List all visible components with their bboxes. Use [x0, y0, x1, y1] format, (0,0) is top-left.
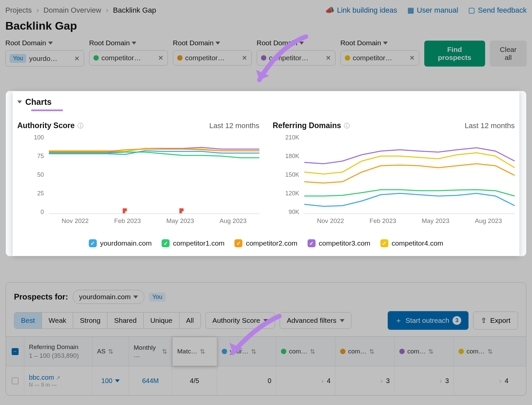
chevron-right-icon: ›	[106, 6, 108, 15]
export-button[interactable]: ⇧Export	[473, 311, 518, 329]
remove-domain-3[interactable]: ✕	[326, 54, 331, 62]
charts-panel: Charts Authority Scoreⓘ Last 12 months 1…	[6, 91, 526, 256]
legend-competitor3[interactable]: ✓competitor3.com	[308, 239, 370, 247]
color-dot-orange	[340, 349, 345, 354]
seg-strong[interactable]: Strong	[73, 312, 107, 328]
authority-score-filter[interactable]: Authority Score	[205, 312, 275, 329]
domain-input-4[interactable]: competitor… ✕	[340, 50, 419, 66]
cell-match: 4/5	[172, 366, 217, 395]
info-icon[interactable]: ⓘ	[344, 122, 350, 130]
cell-your: 0	[217, 366, 276, 395]
col-as[interactable]: AS⇅	[92, 337, 129, 366]
cell-as[interactable]: 100	[92, 366, 129, 395]
send-feedback-link[interactable]: ▢Send feedback	[468, 6, 527, 15]
upload-icon: ⇧	[481, 316, 487, 324]
charts-toggle[interactable]: Charts	[13, 91, 519, 109]
select-all-checkbox[interactable]: −	[12, 348, 19, 355]
remove-domain-0[interactable]: ✕	[74, 55, 80, 63]
legend-competitor4[interactable]: ✓competitor4.com	[380, 239, 443, 247]
domain-type-select-4[interactable]: Root Domain	[340, 39, 419, 47]
domain-type-select-1[interactable]: Root Domain	[89, 39, 168, 47]
color-dot-blue	[222, 349, 227, 354]
cell-monthly: 644M	[129, 366, 172, 395]
remove-domain-1[interactable]: ✕	[158, 54, 164, 62]
check-icon: ✓	[380, 239, 388, 247]
table-row: bbc.com ↗N — 9 m — 100 644M 4/5 0 ›4 ›3 …	[6, 366, 526, 395]
referring-period: Last 12 months	[465, 121, 515, 130]
cell-domain[interactable]: bbc.com ↗N — 9 m —	[24, 366, 92, 395]
domain-input-0[interactable]: You yourdo… ✕	[5, 50, 84, 67]
seg-best[interactable]: Best	[14, 312, 42, 328]
chevron-down-icon	[115, 379, 120, 382]
breadcrumb-current: Backlink Gap	[113, 6, 156, 15]
domain-input-1[interactable]: competitor… ✕	[89, 50, 168, 66]
chart-legend: ✓yourdomain.com ✓competitor1.com ✓compet…	[13, 230, 519, 247]
you-badge: You	[10, 54, 26, 63]
domain-input-3[interactable]: competitor… ✕	[257, 50, 335, 66]
col-comp3[interactable]: com…⇅	[395, 337, 454, 366]
seg-weak[interactable]: Weak	[42, 312, 73, 328]
legend-yourdomain[interactable]: ✓yourdomain.com	[89, 239, 152, 247]
sort-icon: ⇅	[162, 348, 167, 355]
chevron-right-icon: ›	[321, 377, 324, 385]
col-monthly[interactable]: Monthly …⇅	[129, 337, 172, 366]
col-match[interactable]: Matc…⇅	[172, 337, 217, 366]
chevron-down-icon	[263, 319, 268, 322]
sort-icon: ⇅	[487, 348, 493, 355]
prospects-domain-select[interactable]: yourdomain.com	[73, 290, 144, 304]
user-manual-link[interactable]: ▦User manual	[407, 6, 459, 15]
col-your[interactable]: your…⇅	[217, 337, 276, 366]
chevron-down-icon	[48, 42, 53, 45]
color-dot-purple	[261, 55, 266, 61]
chevron-right-icon: ›	[440, 377, 442, 385]
breadcrumb: Projects › Domain Overview › Backlink Ga…	[5, 6, 156, 15]
link-building-ideas[interactable]: 📣Link building ideas	[325, 6, 397, 15]
cell-c1[interactable]: ›4	[276, 366, 335, 395]
remove-domain-4[interactable]: ✕	[409, 54, 415, 62]
remove-domain-2[interactable]: ✕	[242, 54, 247, 62]
seg-all[interactable]: All	[180, 312, 200, 328]
color-dot-green	[93, 55, 99, 61]
advanced-filters[interactable]: Advanced filters	[280, 312, 351, 329]
seg-unique[interactable]: Unique	[144, 312, 180, 328]
clear-all-button[interactable]: Clear all	[490, 41, 527, 67]
color-dot-yellow	[345, 55, 350, 61]
segment-filter: Best Weak Strong Shared Unique All	[14, 312, 201, 329]
color-dot-purple	[399, 349, 405, 354]
chevron-down-icon	[340, 319, 344, 322]
domain-type-select-2[interactable]: Root Domain	[173, 39, 252, 47]
page-title: Backlink Gap	[0, 18, 532, 39]
chevron-right-icon: ›	[499, 377, 501, 385]
row-checkbox[interactable]	[12, 377, 19, 384]
check-icon: ✓	[308, 239, 316, 247]
sort-icon: ⇅	[200, 348, 205, 355]
info-icon[interactable]: ⓘ	[77, 122, 83, 130]
domain-type-select-3[interactable]: Root Domain	[257, 39, 335, 47]
cell-c4[interactable]: ›4	[454, 366, 513, 395]
col-comp2[interactable]: com…⇅	[335, 337, 395, 366]
outreach-count-badge: 3	[453, 316, 461, 325]
domain-input-2[interactable]: competitor… ✕	[173, 50, 252, 66]
domain-type-select-0[interactable]: Root Domain	[5, 39, 84, 47]
plus-icon: ＋	[395, 316, 402, 325]
chevron-down-icon	[215, 42, 220, 45]
megaphone-icon: 📣	[325, 6, 334, 15]
book-icon: ▦	[407, 6, 414, 15]
sort-icon: ⇅	[251, 348, 256, 355]
check-icon: ✓	[89, 239, 97, 247]
legend-competitor2[interactable]: ✓competitor2.com	[234, 239, 297, 247]
col-referring-domain[interactable]: Referring Domain1 – 100 (353,890)	[24, 337, 92, 366]
cell-c2[interactable]: ›3	[335, 366, 395, 395]
col-comp4[interactable]: com…⇅	[454, 337, 513, 366]
seg-shared[interactable]: Shared	[107, 312, 144, 328]
breadcrumb-overview[interactable]: Domain Overview	[44, 6, 101, 15]
legend-competitor1[interactable]: ✓competitor1.com	[162, 239, 224, 247]
start-outreach-button[interactable]: ＋Start outreach3	[388, 311, 468, 330]
table-header: − Referring Domain1 – 100 (353,890) AS⇅ …	[6, 336, 526, 366]
breadcrumb-projects[interactable]: Projects	[5, 6, 32, 15]
cell-c3[interactable]: ›3	[395, 366, 454, 395]
col-comp1[interactable]: com…⇅	[276, 337, 335, 366]
find-prospects-button[interactable]: Find prospects	[424, 41, 485, 67]
authority-score-title: Authority Scoreⓘ	[17, 121, 83, 130]
sort-icon: ⇅	[369, 348, 374, 355]
